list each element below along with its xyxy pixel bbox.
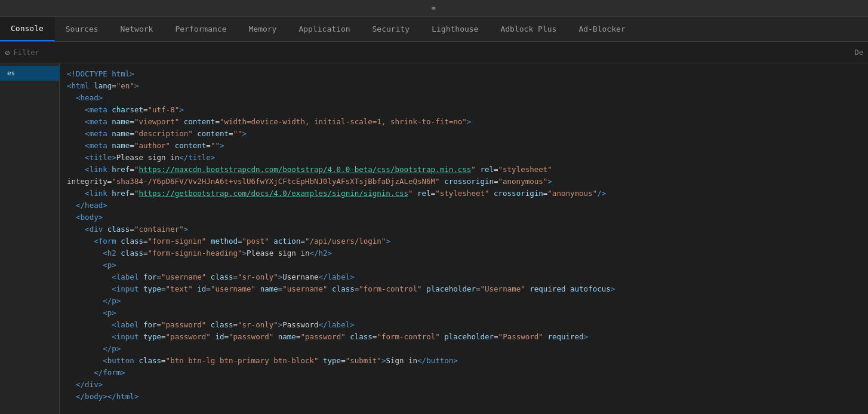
code-line: <meta name="viewport" content="width=dev…: [60, 116, 868, 128]
tab-adblock-plus[interactable]: Adblock Plus: [490, 17, 568, 41]
filter-icon: ⊘: [5, 48, 10, 57]
tab-lighthouse[interactable]: Lighthouse: [421, 17, 490, 41]
filter-bar: ⊘ De: [0, 42, 868, 63]
code-line: <input type="text" id="username" name="u…: [60, 283, 868, 295]
code-line: <meta charset="utf-8">: [60, 104, 868, 116]
code-line: <html lang="en">: [60, 80, 868, 92]
tab-memory[interactable]: Memory: [238, 17, 288, 41]
code-line: <label for="username" class="sr-only">Us…: [60, 271, 868, 283]
code-line: <p>: [60, 259, 868, 271]
code-line: <meta name="description" content="">: [60, 128, 868, 140]
code-line: <link href="https://getbootstrap.com/doc…: [60, 188, 868, 200]
code-line: </p>: [60, 295, 868, 307]
drag-handle-icon: ≡: [431, 4, 436, 13]
code-line: <input type="password" id="password" nam…: [60, 331, 868, 343]
code-line: <link href="https://maxcdn.bootstrapcdn.…: [60, 164, 868, 176]
code-line: </body></html>: [60, 391, 868, 403]
tab-application[interactable]: Application: [288, 17, 361, 41]
code-line: <body>: [60, 211, 868, 223]
code-line: <div class="container">: [60, 223, 868, 235]
top-drag-bar: ≡: [0, 0, 868, 17]
main-area: es <!DOCTYPE html> <html lang="en"> <hea…: [0, 63, 868, 414]
code-line: <button class="btn btn-lg btn-primary bt…: [60, 355, 868, 367]
tab-ad-blocker[interactable]: Ad-Blocker: [568, 17, 636, 41]
code-line: </div>: [60, 379, 868, 391]
tab-sources[interactable]: Sources: [55, 17, 110, 41]
tab-console[interactable]: Console: [0, 17, 55, 41]
code-line: <label for="password" class="sr-only">Pa…: [60, 319, 868, 331]
code-line: </p>: [60, 343, 868, 355]
code-line: integrity="sha384-/Y6pD6FV/Vv2HJnA6t+vsl…: [60, 176, 868, 188]
code-line: </form>: [60, 367, 868, 379]
filter-right-label: De: [855, 48, 863, 57]
code-line: </head>: [60, 200, 868, 211]
filter-input[interactable]: [13, 48, 854, 57]
tabs-bar: Console Sources Network Performance Memo…: [0, 17, 868, 42]
code-line: <title>Please sign in</title>: [60, 152, 868, 164]
code-line: <p>: [60, 307, 868, 319]
code-line: <h2 class="form-signin-heading">Please s…: [60, 247, 868, 259]
tab-security[interactable]: Security: [362, 17, 421, 41]
code-line: <form class="form-signin" method="post" …: [60, 235, 868, 247]
sidebar-item-es[interactable]: es: [0, 66, 59, 81]
sidebar: es: [0, 63, 60, 414]
code-area[interactable]: <!DOCTYPE html> <html lang="en"> <head> …: [60, 63, 868, 414]
code-line: <head>: [60, 92, 868, 104]
code-line: <meta name="author" content="">: [60, 140, 868, 152]
tab-performance[interactable]: Performance: [164, 17, 238, 41]
code-line: <!DOCTYPE html>: [60, 68, 868, 80]
tab-network[interactable]: Network: [110, 17, 165, 41]
